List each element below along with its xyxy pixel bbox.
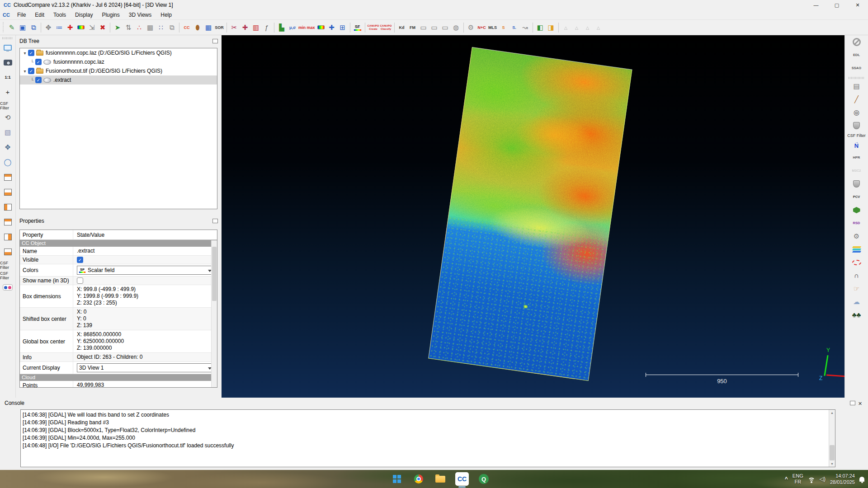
hpr-button[interactable]: HPR (850, 152, 863, 164)
mls-button[interactable]: MLS (487, 22, 498, 33)
tray-chevron-icon[interactable]: ^ (785, 476, 788, 482)
point-list-picking-button[interactable]: ✚ (65, 22, 75, 33)
facets-button[interactable] (850, 204, 863, 216)
properties-list-button[interactable]: ≔ (54, 22, 65, 33)
rotate-view-button[interactable]: ⟲ (1, 111, 14, 124)
view-front-button[interactable] (1, 186, 14, 198)
screenshot-button[interactable] (1, 56, 14, 69)
perspective-cube-button[interactable]: ▧ (1, 126, 14, 139)
cloudcompare-button[interactable]: CC (454, 471, 470, 487)
pair-tool-2-button[interactable]: ◨ (546, 22, 557, 33)
register-button[interactable]: ➤ (112, 22, 123, 33)
language-switcher[interactable]: ENG FR (793, 473, 803, 485)
canupo-classify-button[interactable]: CANUPOClassify (380, 22, 392, 33)
shield-2-button[interactable] (850, 178, 863, 190)
apply-transformation-button[interactable]: ⇲ (86, 22, 97, 33)
file-explorer-button[interactable] (432, 471, 448, 487)
checkerboard-button[interactable]: ▦ (203, 22, 214, 33)
tree-item-selected[interactable]: └✓.extract (20, 75, 217, 84)
pcv-button[interactable]: PCV (850, 191, 863, 203)
pair-tool-1-button[interactable]: ◧ (535, 22, 546, 33)
stats-button[interactable]: μ,σ (287, 22, 298, 33)
wifi-icon[interactable] (808, 476, 815, 482)
display-options-button[interactable] (1, 41, 14, 54)
sf-add-button[interactable]: ✚ (326, 22, 337, 33)
csf-filter-button[interactable] (850, 120, 863, 131)
properties-scrollbar[interactable] (211, 240, 217, 387)
disable-shader-button[interactable] (850, 36, 863, 48)
tree-checkbox[interactable]: ✓ (28, 50, 34, 56)
level-tool-button[interactable]: ƒ (261, 22, 272, 33)
zoom-magnifier-button[interactable]: ◯ (1, 156, 14, 169)
layers-button[interactable] (850, 244, 863, 255)
3d-viewport[interactable]: 950 Y X Z (222, 35, 844, 398)
globe-button[interactable]: ◍ (451, 22, 462, 33)
cross-section-button[interactable] (850, 257, 863, 268)
menu-help[interactable]: Help (156, 11, 176, 19)
rsd-button[interactable]: RSD (850, 217, 863, 229)
maximize-button[interactable]: ▢ (826, 0, 847, 10)
toolbar-drag-handle[interactable] (3, 22, 5, 33)
tree-checkbox[interactable]: ✓ (35, 59, 42, 65)
view-bottom-button[interactable] (1, 245, 14, 258)
mesh-tool-4-button[interactable]: ▵ (593, 22, 604, 33)
close-button[interactable]: ✕ (847, 0, 868, 10)
align-button[interactable]: ⇅ (123, 22, 134, 33)
sf-delete-button[interactable] (316, 22, 326, 33)
save-all-button[interactable]: ⧉ (28, 22, 39, 33)
console-scrollbar[interactable]: ▲▼ (829, 410, 835, 467)
cloudcompare-cc-button[interactable]: CC (181, 22, 192, 33)
hand-segmentation-button[interactable]: ☞ (850, 283, 863, 295)
view-top-button[interactable] (1, 171, 14, 183)
tree-item[interactable]: └✓fusionnnnnn.copc.laz (20, 57, 217, 66)
console-float-icon[interactable] (850, 401, 855, 405)
menu-display[interactable]: Display (71, 11, 97, 19)
value-dropdown[interactable]: 3D View 1 (77, 363, 214, 372)
stereo-mode-button[interactable] (1, 281, 14, 294)
fm-button[interactable]: FM (407, 22, 418, 33)
render-to-file-button[interactable]: ▭ (418, 22, 429, 33)
pick-rotation-center-button[interactable]: ✚ (240, 22, 250, 33)
kd-tree-button[interactable]: Kd (396, 22, 407, 33)
connected-components-button[interactable]: ∷ (156, 22, 166, 33)
mesh-tool-2-button[interactable]: ▵ (571, 22, 582, 33)
octree-button[interactable]: ▦ (145, 22, 156, 33)
menu-plugins[interactable]: Plugins (97, 11, 124, 19)
compass-arrow-button[interactable]: ↝ (520, 22, 531, 33)
color-ramp-button[interactable] (75, 22, 86, 33)
value-checkbox[interactable] (77, 277, 83, 284)
cloud-layers-button[interactable]: ☁ (850, 296, 863, 308)
segment-scissors-button[interactable]: ✂ (229, 22, 240, 33)
mesh-tool-1-button[interactable]: ▵ (561, 22, 571, 33)
volume-icon[interactable]: ◁) (820, 476, 826, 482)
value-checkbox[interactable]: ✓ (77, 257, 83, 263)
clone-button[interactable]: ⧉ (166, 22, 177, 33)
menu-edit[interactable]: Edit (30, 11, 49, 19)
menu-file[interactable]: File (13, 11, 30, 19)
tree-expander-icon[interactable]: ▾ (22, 51, 28, 56)
normals-button[interactable]: →N (850, 139, 863, 150)
sor-filter-button[interactable]: SOR (214, 22, 225, 33)
n-plus-c-button[interactable]: N+C (476, 22, 487, 33)
tree-item[interactable]: ▾✓fusionnnnnn.copc.laz (D:/GEO/SIG L/Fic… (20, 48, 217, 57)
properties-float-icon[interactable] (212, 219, 218, 223)
toolbar-drag-handle[interactable] (2, 37, 13, 39)
gear-plus-button[interactable]: ⚙ (466, 22, 476, 33)
sample-mesh-button[interactable]: ⬮ (192, 22, 203, 33)
animation-button[interactable]: ▤ (850, 80, 863, 92)
clipping-box-button[interactable]: ▥ (250, 22, 261, 33)
ssao-shader-button[interactable]: SSAO (850, 62, 863, 74)
chrome-button[interactable] (410, 471, 427, 487)
db-tree-float-icon[interactable] (212, 39, 218, 43)
open-file-button[interactable]: ✎ (6, 22, 17, 33)
subsample-button[interactable]: ∴ (134, 22, 145, 33)
tree-item[interactable]: ▾✓Fusionorthocut.tif (D:/GEO/SIG L/Fichi… (20, 66, 217, 75)
masonry-button[interactable]: ∩ (850, 270, 863, 282)
canupo-create-button[interactable]: CANUPOCreate (367, 22, 380, 33)
sf-arithmetic-button[interactable]: SF (352, 22, 363, 33)
view-left-button[interactable] (1, 201, 14, 213)
view-back-button[interactable] (1, 216, 14, 228)
console-close-icon[interactable]: ✕ (858, 401, 863, 405)
tree-expander-icon[interactable]: ▾ (22, 69, 28, 74)
sf-calculator-button[interactable]: ⊞ (337, 22, 348, 33)
